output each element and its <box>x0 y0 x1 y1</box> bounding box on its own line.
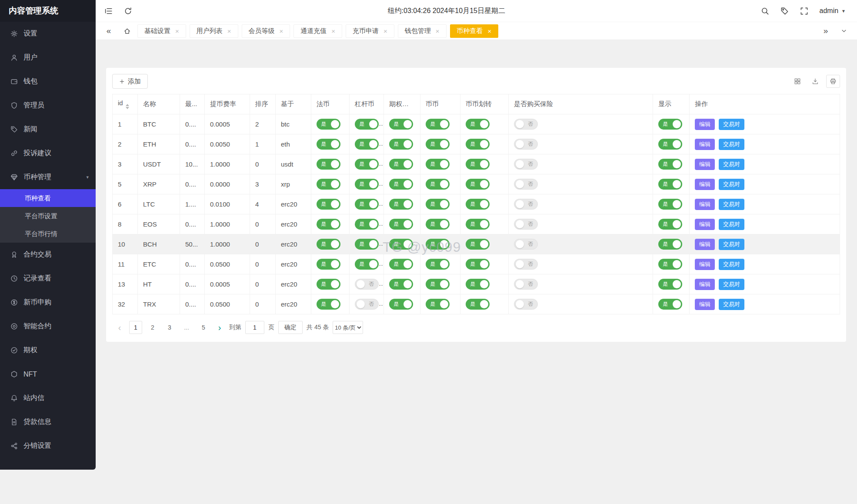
coin-coin-toggle[interactable]: 是 <box>426 139 450 150</box>
page-number-3[interactable]: 3 <box>163 321 176 334</box>
leverage-toggle[interactable]: 是 <box>355 219 379 230</box>
page-number-1[interactable]: 1 <box>129 321 142 334</box>
sidebar-item-messages[interactable]: 站内信 <box>0 386 96 410</box>
trading-pair-button[interactable]: 交易对 <box>719 299 744 310</box>
coin-coin-toggle[interactable]: 是 <box>426 239 450 250</box>
leverage-toggle[interactable]: 是 <box>355 199 379 210</box>
tab-user-list[interactable]: 用户列表× <box>190 24 238 38</box>
tab-basic-settings[interactable]: 基础设置× <box>137 24 186 38</box>
coin-transfer-toggle[interactable]: 是 <box>466 239 490 250</box>
coin-transfer-toggle[interactable]: 是 <box>466 299 490 310</box>
insurance-toggle[interactable]: 否 <box>514 199 538 210</box>
leverage-toggle[interactable]: 是 <box>355 119 379 130</box>
coin-transfer-toggle[interactable]: 是 <box>466 119 490 130</box>
tag-icon[interactable] <box>780 7 789 15</box>
edit-button[interactable]: 编辑 <box>695 139 715 150</box>
trading-pair-button[interactable]: 交易对 <box>719 179 744 190</box>
insurance-toggle[interactable]: 否 <box>514 219 538 230</box>
coin-transfer-toggle[interactable]: 是 <box>466 199 490 210</box>
edit-button[interactable]: 编辑 <box>695 119 715 130</box>
coin-coin-toggle[interactable]: 是 <box>426 179 450 190</box>
sidebar-item-admins[interactable]: 管理员 <box>0 93 96 117</box>
fiat-toggle[interactable]: 是 <box>317 199 340 210</box>
tab-wallet-manage[interactable]: 钱包管理× <box>398 24 447 38</box>
close-icon[interactable]: × <box>436 28 440 34</box>
trading-pair-button[interactable]: 交易对 <box>719 199 744 210</box>
insurance-toggle[interactable]: 否 <box>514 179 538 190</box>
trading-pair-button[interactable]: 交易对 <box>719 259 744 270</box>
coin-transfer-toggle[interactable]: 是 <box>466 259 490 270</box>
sidebar-item-contract-trade[interactable]: 合约交易 <box>0 243 96 267</box>
page-number-5[interactable]: 5 <box>197 321 210 334</box>
display-toggle[interactable]: 是 <box>658 299 682 310</box>
insurance-toggle[interactable]: 否 <box>514 279 538 290</box>
coin-coin-toggle[interactable]: 是 <box>426 259 450 270</box>
sidebar-item-coin-manage[interactable]: 币种管理▾ <box>0 165 96 189</box>
home-tab[interactable] <box>119 22 135 40</box>
column-header[interactable]: id <box>113 94 138 114</box>
sidebar-item-new-coin[interactable]: 新币申购 <box>0 290 96 314</box>
coin-transfer-toggle[interactable]: 是 <box>466 179 490 190</box>
page-number-2[interactable]: 2 <box>146 321 159 334</box>
search-icon[interactable] <box>761 7 769 15</box>
fiat-toggle[interactable]: 是 <box>317 179 340 190</box>
tab-menu-icon[interactable] <box>836 22 852 40</box>
coin-transfer-toggle[interactable]: 是 <box>466 139 490 150</box>
fiat-toggle[interactable]: 是 <box>317 159 340 170</box>
per-page-select[interactable]: 10 条/页 <box>333 321 363 334</box>
scroll-tabs-left-icon[interactable]: « <box>101 22 117 40</box>
options-trade-toggle[interactable]: 是 <box>389 139 413 150</box>
coin-coin-toggle[interactable]: 是 <box>426 159 450 170</box>
display-toggle[interactable]: 是 <box>658 159 682 170</box>
coin-coin-toggle[interactable]: 是 <box>426 219 450 230</box>
coin-transfer-toggle[interactable]: 是 <box>466 279 490 290</box>
leverage-toggle[interactable]: 是 <box>355 259 379 270</box>
sidebar-item-nft[interactable]: NFT <box>0 362 96 386</box>
edit-button[interactable]: 编辑 <box>695 219 715 230</box>
edit-button[interactable]: 编辑 <box>695 299 715 310</box>
fiat-toggle[interactable]: 是 <box>317 219 340 230</box>
fullscreen-icon[interactable] <box>800 7 808 15</box>
goto-page-input[interactable] <box>245 321 264 334</box>
coin-coin-toggle[interactable]: 是 <box>426 279 450 290</box>
trading-pair-button[interactable]: 交易对 <box>719 139 744 150</box>
trading-pair-button[interactable]: 交易对 <box>719 219 744 230</box>
print-icon[interactable] <box>826 75 840 88</box>
fiat-toggle[interactable]: 是 <box>317 239 340 250</box>
scroll-tabs-right-icon[interactable]: » <box>818 22 834 40</box>
close-icon[interactable]: × <box>488 28 492 34</box>
edit-button[interactable]: 编辑 <box>695 279 715 290</box>
sidebar-item-news[interactable]: 新闻 <box>0 117 96 141</box>
display-toggle[interactable]: 是 <box>658 279 682 290</box>
add-button[interactable]: 添加 <box>112 74 148 89</box>
options-trade-toggle[interactable]: 是 <box>389 279 413 290</box>
edit-button[interactable]: 编辑 <box>695 179 715 190</box>
sidebar-item-distribution[interactable]: 分销设置 <box>0 434 96 458</box>
coin-transfer-toggle[interactable]: 是 <box>466 219 490 230</box>
sidebar-item-loan[interactable]: 贷款信息 <box>0 410 96 434</box>
edit-button[interactable]: 编辑 <box>695 199 715 210</box>
confirm-page-button[interactable]: 确定 <box>278 321 303 334</box>
sidebar-item-users[interactable]: 用户 <box>0 46 96 70</box>
tab-channel-recharge[interactable]: 通道充值× <box>293 24 342 38</box>
collapse-sidebar-icon[interactable] <box>104 7 113 15</box>
fiat-toggle[interactable]: 是 <box>317 139 340 150</box>
insurance-toggle[interactable]: 否 <box>514 119 538 130</box>
close-icon[interactable]: × <box>280 28 283 34</box>
insurance-toggle[interactable]: 否 <box>514 239 538 250</box>
export-icon[interactable] <box>808 75 822 88</box>
coin-transfer-toggle[interactable]: 是 <box>466 159 490 170</box>
edit-button[interactable]: 编辑 <box>695 259 715 270</box>
display-toggle[interactable]: 是 <box>658 199 682 210</box>
close-icon[interactable]: × <box>175 28 179 34</box>
display-toggle[interactable]: 是 <box>658 139 682 150</box>
display-toggle[interactable]: 是 <box>658 219 682 230</box>
options-trade-toggle[interactable]: 是 <box>389 199 413 210</box>
tab-deposit-apply[interactable]: 充币申请× <box>346 24 394 38</box>
trading-pair-button[interactable]: 交易对 <box>719 159 744 170</box>
fiat-toggle[interactable]: 是 <box>317 119 340 130</box>
fiat-toggle[interactable]: 是 <box>317 299 340 310</box>
edit-button[interactable]: 编辑 <box>695 239 715 250</box>
close-icon[interactable]: × <box>331 28 335 34</box>
insurance-toggle[interactable]: 否 <box>514 259 538 270</box>
